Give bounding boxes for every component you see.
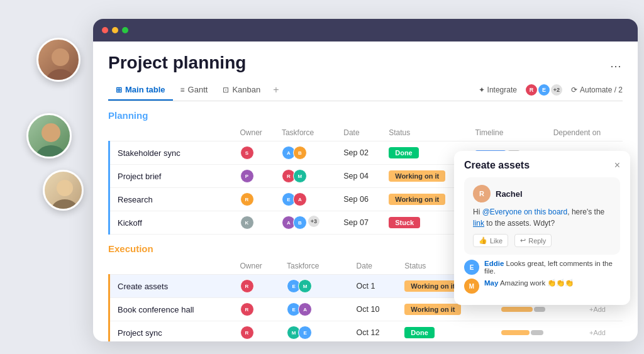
- user-avatar-1: R: [525, 83, 538, 97]
- avatar: E: [298, 326, 312, 340]
- title-bar: [93, 19, 638, 41]
- like-icon: 👍: [479, 236, 487, 245]
- integrate-button[interactable]: ✦ Integrate: [479, 86, 517, 94]
- automate-label: Automate / 2: [580, 86, 623, 94]
- status-badge: Working on it: [389, 194, 445, 205]
- avatar: R: [240, 302, 254, 316]
- avatar: R: [240, 326, 254, 340]
- task-taskforce: A B +3: [277, 211, 338, 235]
- page-header: Project planning ⋯ ⊞ Main table ≡ Gantt …: [93, 41, 638, 101]
- timeline-bar-wrap: [501, 330, 552, 335]
- user-avatar-2: E: [537, 83, 551, 97]
- col-timeline: Timeline: [470, 124, 548, 141]
- task-date: Oct 10: [352, 298, 400, 321]
- reply-author-name: May: [484, 279, 498, 287]
- task-add: +Add: [584, 321, 623, 342]
- reply-avatar: M: [464, 279, 479, 294]
- user-avatar-more: +2: [550, 83, 564, 97]
- task-taskforce: E A: [282, 298, 351, 321]
- avatar: P: [240, 169, 254, 183]
- task-name: Kickoff: [109, 211, 235, 235]
- like-label: Like: [490, 237, 502, 245]
- popup-body: R Rachel Hi @Everyone on this board, her…: [454, 177, 630, 305]
- table-icon: ⊞: [116, 86, 122, 94]
- automate-button[interactable]: ⟳ Automate / 2: [571, 86, 623, 94]
- task-name: Project sync: [109, 321, 235, 342]
- col-date: Date: [352, 258, 400, 275]
- col-owner: Owner: [235, 124, 277, 141]
- tab-kanban-label: Kanban: [232, 85, 260, 94]
- planning-section-label: Planning: [93, 101, 638, 124]
- timeline-bar-filled: [501, 330, 530, 335]
- task-timeline: [496, 321, 584, 342]
- task-date: Oct 12: [352, 321, 400, 342]
- avatar-float-1: [36, 38, 80, 82]
- page-options-icon[interactable]: ⋯: [610, 59, 623, 73]
- col-taskforce: Taskforce: [282, 258, 351, 275]
- col-date: Date: [338, 124, 384, 141]
- status-badge: Working on it: [404, 280, 461, 292]
- avatar: R: [240, 192, 254, 206]
- avatar: M: [293, 169, 307, 183]
- avatar-float-2: [26, 113, 72, 158]
- main-window: Project planning ⋯ ⊞ Main table ≡ Gantt …: [93, 19, 638, 341]
- close-dot[interactable]: [102, 27, 108, 33]
- comment-avatar: R: [473, 185, 491, 202]
- like-button[interactable]: 👍 Like: [473, 234, 508, 247]
- popup-close-button[interactable]: ×: [614, 160, 620, 171]
- svg-point-4: [57, 180, 73, 196]
- comment-link[interactable]: link: [473, 219, 484, 228]
- add-tab-button[interactable]: +: [268, 79, 284, 101]
- reply-label: Reply: [528, 237, 546, 245]
- maximize-dot[interactable]: [122, 27, 128, 33]
- gantt-icon: ≡: [180, 86, 185, 94]
- more-avatars-badge: +3: [308, 216, 319, 227]
- reply-text: May Amazing work 👏👏👏: [484, 279, 574, 287]
- minimize-dot[interactable]: [112, 27, 118, 33]
- timeline-bar-filled: [501, 307, 533, 312]
- task-date: Sep 07: [338, 211, 384, 235]
- automate-icon: ⟳: [571, 86, 577, 94]
- task-taskforce: A B: [277, 141, 338, 165]
- task-taskforce: E M: [282, 275, 351, 298]
- svg-point-0: [52, 48, 69, 66]
- svg-point-2: [42, 123, 60, 142]
- tab-main-table[interactable]: ⊞ Main table: [108, 80, 173, 101]
- timeline-bar-empty: [534, 307, 545, 312]
- table-row: Project sync R M E Oct 12: [109, 321, 623, 342]
- avatar: K: [240, 216, 254, 230]
- col-status: Status: [384, 124, 470, 141]
- task-name: Create assets: [109, 275, 235, 298]
- timeline-bar-wrap: [501, 307, 552, 312]
- comment-block: R Rachel Hi @Everyone on this board, her…: [464, 177, 620, 255]
- task-status: Done: [399, 321, 496, 342]
- create-assets-popup: Create assets × R Rachel Hi @Everyone on…: [454, 151, 630, 305]
- avatar: B: [293, 146, 307, 160]
- status-badge: Stuck: [389, 217, 420, 228]
- status-badge: Done: [404, 327, 435, 338]
- tab-kanban[interactable]: ⊡ Kanban: [215, 80, 268, 101]
- reply-button[interactable]: ↩ Reply: [514, 234, 552, 247]
- add-button[interactable]: +Add: [589, 329, 606, 336]
- user-avatars: R E +2: [525, 83, 564, 97]
- comment-actions: 👍 Like ↩ Reply: [473, 234, 611, 247]
- task-date: Oct 1: [352, 275, 400, 298]
- page-title: Project planning: [108, 53, 246, 73]
- task-taskforce: E A: [277, 188, 338, 211]
- avatar: B: [293, 216, 307, 230]
- task-date: Sep 06: [338, 188, 384, 211]
- avatar: R: [240, 279, 254, 293]
- reply-1: E Eddie Looks great, left comments in th…: [464, 260, 620, 275]
- comment-text: Hi @Everyone on this board, here's the l…: [473, 206, 611, 229]
- svg-point-5: [52, 199, 78, 211]
- task-owner: R: [235, 298, 282, 321]
- task-date: Sep 04: [338, 165, 384, 188]
- task-name: Research: [109, 188, 235, 211]
- add-button[interactable]: +Add: [589, 306, 606, 313]
- tab-main-table-label: Main table: [125, 85, 165, 94]
- task-owner: R: [235, 321, 282, 342]
- avatar: M: [298, 279, 312, 293]
- reply-2: M May Amazing work 👏👏👏: [464, 279, 620, 294]
- tab-gantt[interactable]: ≡ Gantt: [173, 80, 216, 101]
- task-name: Project brief: [109, 165, 235, 188]
